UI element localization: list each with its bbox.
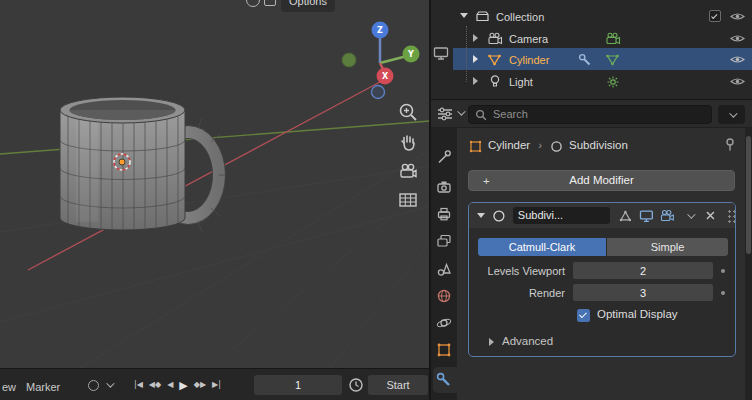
tab-simple[interactable]: Simple [607, 238, 728, 256]
blender-window: Options [0, 0, 752, 400]
hide-viewport-eye-icon[interactable] [730, 33, 745, 44]
outliner-row-light[interactable]: Light [453, 70, 752, 92]
auto-keying-icon[interactable] [88, 380, 99, 391]
gizmo-z-label: Z [377, 26, 383, 35]
modifier-extras-dropdown-icon[interactable] [687, 210, 695, 218]
optimal-display-label: Optimal Display [597, 309, 678, 321]
add-modifier-button[interactable]: + Add Modifier [468, 170, 735, 191]
marker-menu[interactable]: Marker [26, 382, 60, 393]
snapping-icon[interactable] [264, 0, 276, 6]
grid-icon [397, 189, 419, 211]
close-icon[interactable] [705, 210, 716, 221]
prev-keyframe-button[interactable]: ◀◆ [149, 381, 161, 389]
render-value: 3 [640, 287, 646, 299]
view-menu-partial[interactable]: ew [2, 382, 16, 393]
collection-checkbox[interactable] [709, 10, 721, 22]
render-label: Render [469, 288, 565, 299]
tab-scene-icon[interactable] [436, 261, 452, 277]
levels-viewport-field[interactable]: 2 [573, 262, 713, 279]
render-field[interactable]: 3 [573, 284, 713, 301]
jump-to-start-button[interactable]: |◀ [134, 381, 143, 389]
pan-tool-button[interactable] [397, 131, 421, 155]
animate-dot-icon[interactable] [721, 269, 725, 273]
scrollbar-thumb[interactable] [746, 136, 751, 254]
mesh-data-icon [605, 53, 620, 66]
collection-label: Collection [496, 12, 544, 23]
tab-world-icon[interactable] [436, 288, 452, 304]
mesh-object-icon [487, 53, 502, 66]
properties-options-button[interactable] [718, 105, 745, 124]
frame-start-label: Start [386, 379, 409, 391]
optimal-display-checkbox[interactable] [577, 309, 590, 322]
breadcrumb-object[interactable]: Cylinder [488, 140, 530, 152]
properties-editor-type-icon[interactable] [437, 107, 455, 121]
next-keyframe-button[interactable]: ◆▶ [194, 381, 206, 389]
zoom-tool-button[interactable] [397, 101, 421, 125]
options-button-label: Options [289, 0, 327, 7]
tab-catmull-clark[interactable]: Catmull-Clark [478, 238, 606, 256]
outliner-row-cylinder[interactable]: Cylinder [453, 48, 752, 70]
cylinder-label: Cylinder [509, 55, 549, 66]
outliner-editor-type-icon[interactable] [433, 46, 449, 61]
expand-cylinder-icon[interactable] [473, 55, 478, 63]
optimal-display-row: Optimal Display [577, 308, 678, 322]
levels-viewport-value: 2 [640, 265, 646, 277]
pin-icon[interactable] [723, 137, 737, 152]
expand-light-icon[interactable] [473, 77, 478, 85]
subdivision-type-tabs: Catmull-Clark Simple [478, 238, 728, 256]
properties-editor: Search [431, 99, 752, 400]
tab-simple-label: Simple [651, 242, 685, 253]
camera-label: Camera [509, 34, 548, 45]
advanced-section-toggle[interactable]: Advanced [489, 335, 553, 349]
timeline-editor: ew Marker |◀ ◀◆ ◀ ▶ ◆▶ ▶| 1 Start [0, 368, 430, 400]
display-render-icon[interactable] [659, 209, 675, 223]
current-frame-field[interactable]: 1 [254, 375, 342, 395]
toggle-grid-button[interactable] [397, 189, 421, 213]
mug-object[interactable] [38, 78, 228, 248]
gizmo-neg-y-ball [342, 53, 356, 67]
checkbox-check-icon [579, 311, 586, 318]
modifier-name-field[interactable]: Subdivi... [513, 207, 610, 224]
hide-viewport-eye-icon[interactable] [730, 54, 745, 65]
animate-dot-icon[interactable] [721, 291, 725, 295]
keying-dropdown-icon[interactable] [106, 379, 114, 387]
camera-data-icon [605, 32, 621, 45]
hide-viewport-eye-icon[interactable] [730, 76, 745, 87]
play-reverse-button[interactable]: ◀ [167, 381, 173, 389]
tab-view-layer-icon[interactable] [436, 233, 452, 249]
search-input[interactable]: Search [468, 105, 712, 124]
modifier-panel-header[interactable]: Subdivi... [469, 203, 735, 228]
outliner-row-collection[interactable]: Collection [453, 5, 752, 27]
display-realtime-icon[interactable] [639, 209, 654, 223]
play-button[interactable]: ▶ [179, 380, 187, 391]
jump-to-end-button[interactable]: ▶| [212, 381, 221, 389]
tab-modifiers-icon[interactable] [436, 372, 452, 388]
tab-physics-icon[interactable] [436, 315, 452, 331]
3d-viewport[interactable]: Options [0, 0, 430, 368]
tab-output-icon[interactable] [436, 206, 452, 222]
frame-start-field[interactable]: Start [368, 375, 428, 395]
playback-controls: |◀ ◀◆ ◀ ▶ ◆▶ ▶| [134, 375, 221, 395]
breadcrumb-modifier[interactable]: Subdivision [569, 140, 628, 152]
modifier-name-value: Subdivi... [518, 210, 563, 221]
drag-handle-icon[interactable] [726, 208, 735, 223]
camera-view-button[interactable] [397, 160, 421, 184]
expand-camera-icon[interactable] [473, 34, 478, 42]
properties-tab-strip [431, 128, 457, 400]
display-editmode-icon[interactable] [618, 209, 633, 223]
hide-viewport-eye-icon[interactable] [730, 11, 745, 22]
navigation-gizmo[interactable]: Z Y X [333, 16, 429, 108]
editor-type-dropdown-icon[interactable] [457, 107, 465, 115]
expand-collection-icon[interactable] [460, 13, 468, 18]
options-button[interactable]: Options [281, 0, 335, 12]
collapse-panel-icon[interactable] [477, 213, 485, 218]
tab-render-icon[interactable] [436, 179, 452, 195]
outliner-row-camera[interactable]: Camera [453, 27, 752, 49]
search-placeholder: Search [493, 109, 528, 120]
scrollbar-track[interactable] [745, 128, 752, 400]
tab-object-icon[interactable] [436, 342, 452, 358]
camera-icon [397, 160, 419, 182]
light-label: Light [509, 77, 533, 88]
clock-icon[interactable] [348, 377, 364, 393]
tab-tool-icon[interactable] [436, 149, 452, 165]
